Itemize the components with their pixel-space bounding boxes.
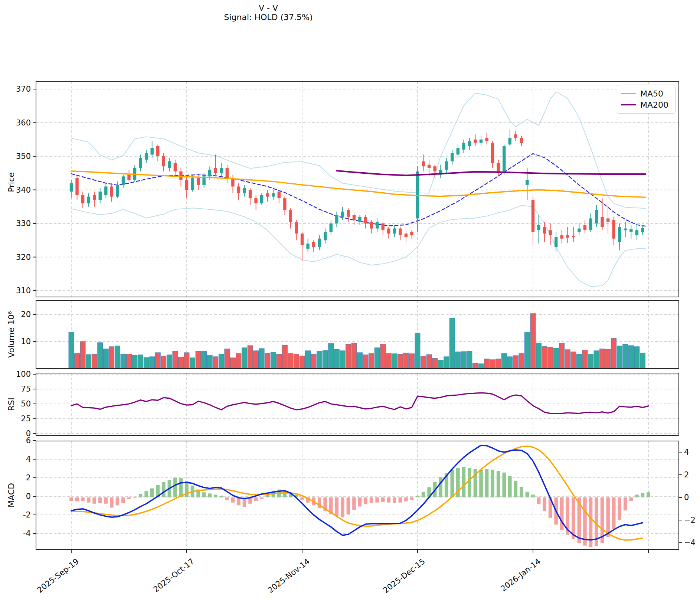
legend: MA50 MA200 (617, 85, 676, 114)
ma50-line-swatch-icon (621, 93, 636, 94)
svg-text:100: 100 (16, 370, 31, 379)
svg-text:4: 4 (684, 448, 689, 457)
legend-label-ma50: MA50 (640, 89, 663, 98)
svg-text:2: 2 (684, 470, 689, 479)
macd-axis-label: MACD (7, 483, 16, 507)
svg-text:340: 340 (16, 186, 31, 195)
stock-analysis-figure: V - V Signal: HOLD (37.5%) 3103203303403… (0, 0, 700, 601)
legend-label-ma200: MA200 (640, 100, 668, 110)
svg-text:350: 350 (16, 152, 31, 161)
chart-canvas: 310320330340350360370102002550751006420-… (0, 0, 700, 601)
svg-text:20: 20 (21, 310, 31, 319)
svg-text:330: 330 (16, 219, 31, 228)
legend-item-ma200: MA200 (621, 99, 671, 110)
legend-item-ma50: MA50 (621, 88, 671, 99)
svg-text:4: 4 (26, 455, 31, 464)
svg-text:25: 25 (21, 414, 31, 423)
price-axis-label: Price (7, 172, 16, 192)
svg-text:370: 370 (16, 85, 31, 94)
svg-text:−2: −2 (684, 516, 696, 525)
svg-text:310: 310 (16, 286, 31, 295)
svg-text:-2: -2 (23, 510, 31, 519)
svg-text:10: 10 (21, 337, 31, 346)
svg-text:-4: -4 (23, 529, 31, 538)
ma200-line-swatch-icon (621, 104, 636, 105)
svg-text:75: 75 (21, 385, 31, 393)
svg-text:0: 0 (684, 493, 689, 502)
svg-text:360: 360 (16, 118, 31, 127)
svg-text:320: 320 (16, 253, 31, 262)
volume-axis-label: Volume 10⁶ (7, 311, 16, 358)
svg-text:−4: −4 (684, 538, 696, 547)
svg-text:2: 2 (26, 473, 31, 482)
svg-text:50: 50 (21, 399, 31, 408)
svg-text:0: 0 (26, 492, 31, 501)
rsi-axis-label: RSI (7, 398, 16, 411)
svg-text:6: 6 (26, 436, 31, 445)
